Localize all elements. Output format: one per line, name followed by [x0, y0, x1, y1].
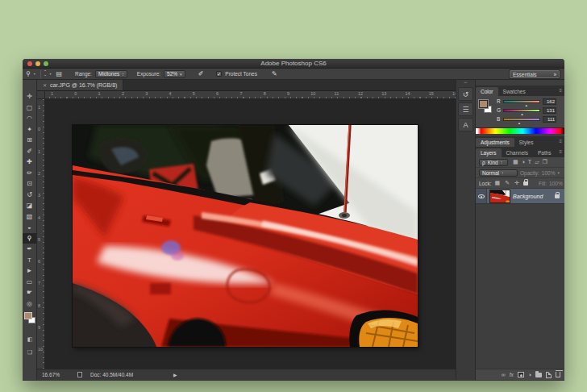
- add-layer-mask-icon[interactable]: [518, 372, 524, 377]
- fill-value[interactable]: 100%: [549, 181, 563, 186]
- pen-tool[interactable]: ✒: [23, 244, 36, 255]
- ruler-number: 3: [38, 193, 40, 198]
- new-group-icon[interactable]: [535, 373, 542, 377]
- car-photo[interactable]: [73, 125, 418, 347]
- lasso-tool[interactable]: ◠: [23, 113, 36, 124]
- lock-paint-icon[interactable]: ✎: [504, 180, 510, 186]
- tab-color[interactable]: Color: [476, 87, 498, 96]
- protect-tones-label: Protect Tones: [225, 71, 257, 77]
- layer-filter-kind-select[interactable]: ρ Kind↕: [479, 159, 508, 166]
- brush-preset-arrow-icon[interactable]: ▾: [49, 72, 52, 76]
- lock-transparency-icon[interactable]: ▦: [494, 180, 502, 186]
- document-tab[interactable]: ✕ car.JPG @ 16.7% (RGB/8): [37, 80, 123, 90]
- tool-preset-arrow-icon[interactable]: ▾: [34, 72, 37, 76]
- tab-swatches[interactable]: Swatches: [498, 87, 531, 96]
- airbrush-icon[interactable]: ✐: [198, 71, 204, 77]
- dock-grip[interactable]: ▪▪: [456, 80, 475, 85]
- document-size-readout[interactable]: Doc: 40.5M/40.4M: [90, 372, 133, 377]
- eyedropper-tool[interactable]: ✐: [23, 146, 36, 157]
- panel-menu-icon[interactable]: ≡: [559, 88, 562, 93]
- marquee-tool[interactable]: ▢: [23, 102, 36, 114]
- clone-stamp-tool[interactable]: ⊡: [23, 178, 36, 190]
- blur-tool[interactable]: ◒: [23, 222, 36, 233]
- brush-preset-picker-icon[interactable]: ⁚: [44, 71, 47, 77]
- dodge-tool[interactable]: ⚲: [23, 233, 36, 244]
- layers-empty-area[interactable]: [476, 204, 564, 365]
- quick-selection-tool[interactable]: ✦: [23, 124, 36, 136]
- workspace-switcher[interactable]: Essentials »: [510, 70, 560, 78]
- foreground-color-swatch-panel[interactable]: [479, 100, 488, 108]
- layer-thumbnail[interactable]: [490, 190, 510, 202]
- new-layer-icon[interactable]: [546, 372, 552, 378]
- slider-thumb-icon[interactable]: ▲: [525, 103, 528, 107]
- filter-adjustment-layers-icon[interactable]: ◑: [521, 159, 526, 165]
- status-flyout-icon[interactable]: ▶: [173, 372, 177, 377]
- tab-layers[interactable]: Layers: [476, 148, 502, 157]
- pressure-icon[interactable]: ✎: [272, 71, 277, 77]
- gradient-tool[interactable]: ▧: [23, 211, 36, 223]
- zoom-level-field[interactable]: 16.67%: [42, 372, 69, 377]
- filter-type-layers-icon[interactable]: T: [527, 159, 532, 165]
- dodge-tool-icon[interactable]: ⚲: [26, 71, 31, 77]
- panel-menu-icon[interactable]: ≡: [559, 139, 562, 144]
- properties-panel-icon[interactable]: ☰: [458, 102, 473, 116]
- color-swatches: [24, 312, 35, 323]
- panel-menu-icon[interactable]: ≡: [559, 149, 562, 154]
- slider-thumb-icon[interactable]: ▲: [520, 112, 523, 116]
- tab-adjustments[interactable]: Adjustments: [476, 138, 514, 147]
- layer-effects-icon[interactable]: fx: [510, 372, 514, 377]
- tab-channels[interactable]: Channels: [502, 148, 533, 157]
- shape-tool[interactable]: ▭: [23, 277, 36, 288]
- quick-mask-button[interactable]: ◧: [23, 336, 37, 343]
- filter-smart-objects-icon[interactable]: ❒: [542, 159, 548, 165]
- color-spectrum-ramp[interactable]: [476, 127, 564, 134]
- title-bar[interactable]: Adobe Photoshop CS6: [23, 59, 564, 69]
- character-panel-icon[interactable]: A: [458, 118, 473, 131]
- channel-value-field[interactable]: 162: [543, 98, 556, 105]
- move-tool[interactable]: ✛: [23, 91, 36, 102]
- path-selection-tool[interactable]: ►: [23, 265, 36, 277]
- channel-slider[interactable]: ▲: [503, 118, 540, 121]
- type-tool[interactable]: T: [23, 255, 36, 266]
- crop-tool[interactable]: ⊞: [23, 135, 36, 146]
- blend-mode-select[interactable]: Normal↕: [479, 169, 518, 177]
- exposure-select[interactable]: 52%▾: [164, 70, 185, 78]
- zoom-tool[interactable]: ◎: [23, 298, 36, 310]
- channel-slider[interactable]: ▲: [503, 109, 540, 112]
- channel-value-field[interactable]: 131: [543, 107, 556, 114]
- brush-panel-toggle-icon[interactable]: ▤: [56, 71, 62, 77]
- foreground-color-swatch[interactable]: [24, 312, 32, 319]
- eraser-tool[interactable]: ◪: [23, 200, 36, 211]
- channel-value-field[interactable]: 111: [543, 116, 556, 123]
- close-tab-icon[interactable]: ✕: [43, 82, 47, 88]
- slider-thumb-icon[interactable]: ▲: [518, 121, 521, 125]
- history-panel-icon[interactable]: ↺: [458, 87, 473, 101]
- delete-layer-icon[interactable]: [556, 372, 560, 377]
- ruler-number: 3: [145, 91, 148, 96]
- brush-tool[interactable]: ✏: [23, 168, 36, 179]
- lock-all-icon[interactable]: [523, 181, 528, 186]
- color-panel-tabs: Color Swatches ≡: [476, 85, 564, 96]
- layer-visibility-toggle[interactable]: [476, 189, 487, 203]
- lock-move-icon[interactable]: ✛: [514, 180, 520, 186]
- ruler-number: 10: [310, 91, 315, 96]
- layer-row-background[interactable]: Background: [476, 189, 564, 204]
- tab-styles[interactable]: Styles: [514, 138, 539, 147]
- channel-slider[interactable]: ▲: [503, 100, 540, 103]
- range-select[interactable]: Midtones↕: [95, 70, 127, 78]
- opacity-arrow-icon[interactable]: ▾: [557, 170, 560, 175]
- opacity-value[interactable]: 100%: [542, 170, 556, 176]
- link-layers-icon[interactable]: ∞: [502, 372, 506, 377]
- ruler-number: 5: [38, 237, 40, 242]
- tools-panel: ✛▢◠✦⊞✐✚✏⊡↺◪▧◒⚲✒T►▭☛◎ ◧ ❏: [23, 80, 37, 380]
- new-adjustment-layer-icon[interactable]: ◑: [528, 372, 531, 377]
- protect-tones-checkbox[interactable]: ✓: [216, 71, 222, 77]
- hand-tool[interactable]: ☛: [23, 287, 36, 298]
- tab-paths[interactable]: Paths: [533, 148, 556, 157]
- screen-mode-button[interactable]: ❏: [23, 349, 37, 356]
- ruler-number: 7: [38, 281, 40, 286]
- history-brush-tool[interactable]: ↺: [23, 190, 36, 201]
- filter-pixel-layers-icon[interactable]: ▦: [512, 159, 519, 165]
- filter-shape-layers-icon[interactable]: ▱: [534, 159, 539, 165]
- healing-brush-tool[interactable]: ✚: [23, 156, 36, 168]
